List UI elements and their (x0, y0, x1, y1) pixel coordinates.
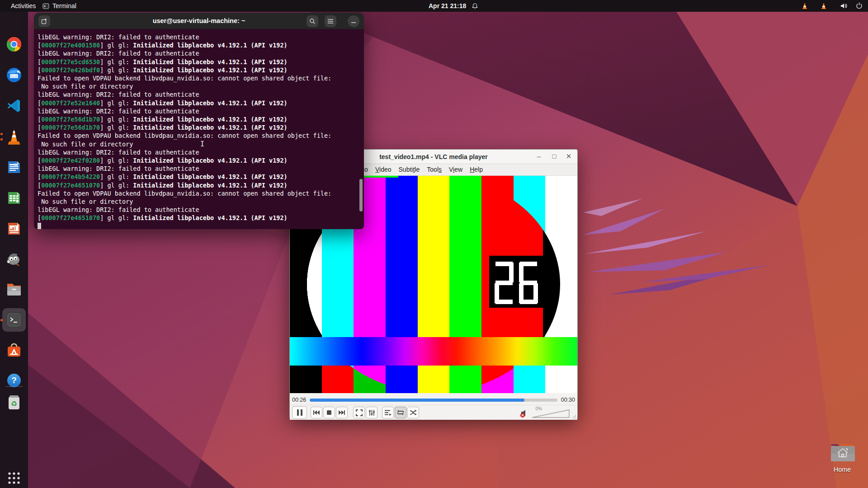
terminal-cursor (38, 223, 41, 229)
equalizer-icon (368, 409, 375, 416)
dock-item-libreoffice-calc[interactable] (2, 186, 26, 210)
svg-text:?: ? (11, 375, 17, 385)
mute-icon[interactable] (519, 409, 529, 418)
frame-counter (489, 256, 543, 308)
pause-icon (297, 409, 303, 416)
terminal-app-icon (42, 3, 49, 9)
thunderbird-icon (6, 67, 22, 83)
vscode-icon (6, 98, 22, 113)
terminal-scrollbar[interactable] (359, 179, 363, 211)
dock-item-files[interactable] (2, 277, 26, 301)
menu-item-help[interactable]: Help (466, 164, 486, 175)
volume-status-icon[interactable] (840, 2, 848, 9)
dock-item-ubuntu-software[interactable] (2, 339, 26, 362)
terminal-line: libEGL warning: DRI2: failed to authenti… (38, 206, 360, 214)
activities-button[interactable]: Activities (7, 0, 39, 12)
resize-grip[interactable] (572, 414, 576, 419)
shuffle-icon (410, 409, 417, 416)
pause-button[interactable] (292, 406, 307, 419)
dock-item-vlc[interactable] (2, 125, 26, 148)
terminal-line: libEGL warning: DRI2: failed to authenti… (38, 107, 360, 115)
seek-slider[interactable] (310, 399, 557, 402)
dock-item-vscode[interactable] (2, 94, 26, 117)
dock-separator (5, 386, 23, 387)
dock-item-libreoffice-impress[interactable] (2, 217, 26, 240)
terminal-line: libEGL warning: DRI2: failed to authenti… (38, 164, 360, 173)
terminal-line: [00007f27e52e1640] gl gl: Initialized li… (38, 99, 360, 107)
menu-item-tools[interactable]: Tools (423, 164, 445, 175)
playlist-button[interactable] (382, 407, 394, 418)
clock-group[interactable]: Apr 21 21:18 (429, 0, 478, 12)
chrome-icon (6, 36, 22, 52)
vlc-close-button[interactable]: ✕ (562, 150, 576, 164)
terminal-line: [00007f27e4651070] gl gl: Initialized li… (38, 181, 360, 189)
fullscreen-button[interactable] (353, 407, 365, 418)
minimize-icon (351, 19, 356, 24)
libreoffice-impress-icon (6, 221, 22, 236)
home-folder-icon (830, 442, 855, 463)
focused-app-name: Terminal (52, 0, 76, 12)
next-button[interactable] (336, 407, 348, 418)
terminal-line: [00007f27e4651070] gl gl: Initialized li… (38, 214, 360, 222)
terminal-window: user@user-virtual-machine: ~ libEGL warn… (34, 13, 364, 229)
top-bar: Activities Terminal Apr 21 21:18 (0, 0, 868, 12)
vlc-controls-toolbar: 0% (290, 405, 577, 420)
loop-icon (397, 409, 404, 416)
dock-item-libreoffice-writer[interactable] (2, 155, 26, 179)
menu-item-view[interactable]: View (445, 164, 466, 175)
terminal-line: No such file or directory (38, 82, 360, 90)
terminal-line: [00007f27e4001580] gl gl: Initialized li… (38, 41, 360, 49)
app-grid-icon (7, 471, 21, 485)
dock-item-terminal[interactable] (2, 308, 26, 332)
ubuntu-software-icon (6, 343, 22, 359)
next-icon (338, 410, 345, 415)
terminal-line: libEGL warning: DRI2: failed to authenti… (38, 33, 360, 41)
stop-button[interactable] (323, 407, 335, 418)
vlc-minimize-button[interactable]: – (532, 150, 546, 164)
gimp-icon (6, 252, 22, 267)
dock-item-chrome[interactable] (2, 33, 26, 56)
terminal-output[interactable]: libEGL warning: DRI2: failed to authenti… (34, 30, 364, 229)
focused-app-menu[interactable]: Terminal (42, 0, 76, 12)
notification-bell-icon (472, 3, 478, 9)
terminal-line: libEGL warning: DRI2: failed to authenti… (38, 90, 360, 99)
home-icon-label: Home (827, 466, 857, 473)
dock-item-trash[interactable]: ♻ (2, 390, 26, 414)
libreoffice-calc-icon (6, 190, 22, 206)
seek-slider-fill (310, 399, 524, 402)
terminal-line: No such file or directory (38, 140, 360, 148)
dock-item-thunderbird[interactable] (2, 63, 26, 87)
terminal-headerbar[interactable]: user@user-virtual-machine: ~ (34, 13, 364, 29)
terminal-search-button[interactable] (307, 15, 318, 27)
elapsed-time: 00:26 (292, 397, 306, 403)
volume-slider[interactable] (531, 408, 571, 418)
terminal-line: libEGL warning: DRI2: failed to authenti… (38, 148, 360, 156)
loop-button[interactable] (395, 407, 406, 418)
vlc-icon (5, 128, 23, 145)
terminal-line: Failed to open VDPAU backend libvdpau_nv… (38, 131, 360, 140)
desktop-home-icon[interactable]: Home (827, 442, 857, 473)
running-indicator-dot (0, 138, 3, 141)
previous-button[interactable] (311, 407, 322, 418)
vlc-maximize-button[interactable]: □ (547, 150, 561, 164)
ibeam-cursor: I (200, 140, 204, 148)
dock-item-help[interactable]: ? (2, 369, 26, 392)
random-button[interactable] (407, 407, 419, 418)
vlc-tray-icon[interactable] (820, 2, 827, 9)
terminal-minimize-button[interactable] (348, 15, 359, 27)
menu-item-subtitle[interactable]: Subtitle (395, 164, 424, 175)
running-indicator-dot (0, 133, 3, 135)
dock-item-gimp[interactable] (2, 248, 26, 271)
terminal-line: No such file or directory (38, 197, 360, 206)
terminal-menu-button[interactable] (325, 15, 336, 27)
libreoffice-writer-icon (6, 160, 22, 175)
show-applications-button[interactable] (2, 466, 26, 488)
extended-settings-button[interactable] (366, 407, 377, 418)
vlc-tray-icon[interactable] (801, 2, 808, 9)
playlist-icon (384, 409, 392, 416)
menu-item-video[interactable]: Video (372, 164, 395, 175)
terminal-line: [00007f27e5cd6530] gl gl: Initialized li… (38, 58, 360, 66)
power-status-icon[interactable] (855, 2, 863, 9)
running-indicator-dot (0, 319, 3, 321)
terminal-line: Failed to open VDPAU backend libvdpau_nv… (38, 189, 360, 197)
